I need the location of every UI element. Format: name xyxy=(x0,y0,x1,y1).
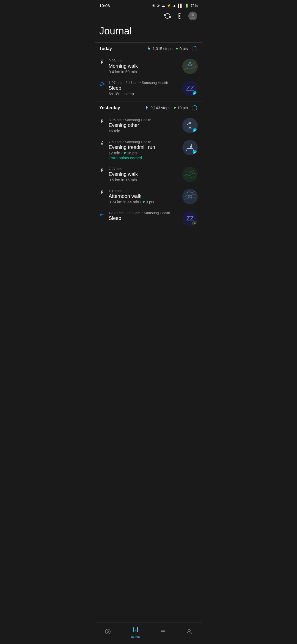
activity-afternoon-walk[interactable]: 1:19 pm Afternoon walk 0.74 km in 44 min… xyxy=(95,185,202,208)
activity-evening-other-info: 8:05 pm • Samsung Health Evening other 4… xyxy=(99,118,179,133)
svg-point-5 xyxy=(101,59,103,61)
signal-icon: ▌▌ xyxy=(178,4,183,8)
svg-point-3 xyxy=(192,46,197,51)
activity-treadmill[interactable]: 7:50 pm • Samsung Health Evening treadmi… xyxy=(95,137,202,163)
activity-sleep-today[interactable]: 💤 1:07 am – 8:47 am • Samsung Health Sle… xyxy=(95,77,202,99)
evening-walk-thumb xyxy=(182,167,198,182)
sleep-yesterday-thumb: ZZ + xyxy=(182,211,198,226)
bluetooth-icon: ⚡ xyxy=(167,4,171,8)
steps-icon xyxy=(147,47,151,51)
sleep-yesterday-details: 12:29 am – 9:03 am • Samsung Health Slee… xyxy=(109,211,179,222)
yesterday-steps-count: 9,143 steps xyxy=(150,106,170,110)
today-stats: 1,015 steps ♥ 0 pts xyxy=(147,45,198,52)
treadmill-name: Evening treadmill run xyxy=(109,144,179,150)
sleep-icon: 💤 xyxy=(99,81,106,88)
heart-icon: ♥ xyxy=(176,47,178,51)
treadmill-time: 7:50 pm • Samsung Health xyxy=(109,140,179,144)
svg-text:💤: 💤 xyxy=(99,212,104,217)
walk-icon-2 xyxy=(99,118,106,125)
cloud-icon: ☁ xyxy=(161,4,165,8)
activity-treadmill-info: 7:50 pm • Samsung Health Evening treadmi… xyxy=(99,140,179,160)
activity-evening-walk[interactable]: 7:27 pm Evening walk 0.5 km in 15 min xyxy=(95,163,202,185)
yesterday-label: Yesterday xyxy=(99,105,120,110)
yesterday-steps: 9,143 steps xyxy=(145,106,170,110)
today-label: Today xyxy=(99,46,112,51)
sleep-today-detail: 6h 18m asleep xyxy=(109,92,179,96)
afternoon-walk-thumb xyxy=(182,189,198,204)
walk-icon-3 xyxy=(99,167,106,174)
battery-level: 72% xyxy=(191,4,198,8)
afternoon-walk-details: 1:19 pm Afternoon walk 0.74 km in 44 min… xyxy=(109,189,179,204)
svg-line-19 xyxy=(187,124,189,125)
morning-walk-detail: 0.4 km in 59 min xyxy=(109,70,179,74)
morning-walk-time: 9:03 am xyxy=(109,59,179,63)
yesterday-pts: ♥ 19 pts xyxy=(174,106,188,110)
today-progress-ring xyxy=(191,45,198,52)
sleep-today-name: Sleep xyxy=(109,85,179,91)
evening-other-thumb xyxy=(182,118,198,133)
treadmill-detail: 12 min • ♥ 16 pts xyxy=(109,151,179,155)
svg-point-25 xyxy=(191,144,192,146)
svg-point-2 xyxy=(191,13,194,16)
evening-other-detail: 46 min xyxy=(109,129,179,133)
activity-sleep-yesterday[interactable]: 💤 12:29 am – 9:03 am • Samsung Health Sl… xyxy=(95,208,202,230)
sleep-yesterday-time: 12:29 am – 9:03 am • Samsung Health xyxy=(109,211,179,215)
svg-line-23 xyxy=(186,149,187,151)
evening-other-details: 8:05 pm • Samsung Health Evening other 4… xyxy=(109,118,179,133)
add-fab-small[interactable]: + xyxy=(192,221,197,226)
svg-point-1 xyxy=(179,15,180,17)
evening-walk-map xyxy=(182,167,198,182)
watch-button[interactable] xyxy=(176,12,183,20)
yesterday-section-header: Yesterday 9,143 steps ♥ 19 pts xyxy=(95,102,202,114)
morning-walk-details: 9:03 am Morning walk 0.4 km in 59 min xyxy=(109,59,179,74)
sleep-yesterday-name: Sleep xyxy=(109,215,179,221)
walk-icon-4 xyxy=(99,189,106,196)
svg-rect-22 xyxy=(187,148,193,149)
walk-icon xyxy=(99,59,106,66)
sleep-today-details: 1:07 am – 8:47 am • Samsung Health Sleep… xyxy=(109,81,179,96)
yesterday-progress-ring xyxy=(191,105,198,111)
avatar[interactable] xyxy=(188,11,198,21)
treadmill-details: 7:50 pm • Samsung Health Evening treadmi… xyxy=(109,140,179,160)
morning-walk-name: Morning walk xyxy=(109,63,179,69)
today-section-header: Today 1,015 steps ♥ 0 pts xyxy=(95,42,202,55)
evening-other-name: Evening other xyxy=(109,122,179,128)
steps-icon-2 xyxy=(145,106,149,110)
activity-sleep-yesterday-info: 💤 12:29 am – 9:03 am • Samsung Health Sl… xyxy=(99,211,179,222)
status-time: 10:06 xyxy=(99,3,110,8)
sync-button[interactable] xyxy=(164,12,171,20)
evening-other-time: 8:05 pm • Samsung Health xyxy=(109,118,179,122)
run-icon xyxy=(99,140,106,147)
heart-icon-2: ♥ xyxy=(174,106,176,110)
status-icons: ✳ ⟳ ☁ ⚡ ▲ ▌▌ 🔋 72% xyxy=(152,4,198,8)
svg-point-29 xyxy=(101,190,103,191)
afternoon-walk-map xyxy=(182,189,198,204)
activity-morning-walk-info: 9:03 am Morning walk 0.4 km in 59 min xyxy=(99,59,179,74)
yesterday-pts-count: 19 pts xyxy=(177,106,188,110)
activity-afternoon-walk-info: 1:19 pm Afternoon walk 0.74 km in 44 min… xyxy=(99,189,179,204)
afternoon-walk-name: Afternoon walk xyxy=(109,193,179,199)
svg-point-21 xyxy=(102,141,103,142)
evening-walk-detail: 0.5 km in 15 min xyxy=(109,178,179,182)
treadmill-extra: Extra points earned xyxy=(109,156,179,160)
header-icons xyxy=(95,10,202,23)
samsung-badge-evening-other xyxy=(193,128,197,133)
activity-sleep-today-info: 💤 1:07 am – 8:47 am • Samsung Health Sle… xyxy=(99,81,179,96)
today-steps-count: 1,015 steps xyxy=(153,47,172,51)
sleep-today-time: 1:07 am – 8:47 am • Samsung Health xyxy=(109,81,179,85)
evening-walk-time: 7:27 pm xyxy=(109,167,179,171)
activity-evening-walk-info: 7:27 pm Evening walk 0.5 km in 15 min xyxy=(99,167,179,182)
afternoon-walk-time: 1:19 pm xyxy=(109,189,179,193)
afternoon-walk-detail: 0.74 km in 44 min • ♥ 3 pts xyxy=(109,200,179,204)
treadmill-thumb xyxy=(182,140,198,155)
today-pts-count: 0 pts xyxy=(180,47,188,51)
page-title: Journal xyxy=(95,23,202,42)
activity-evening-other[interactable]: 8:05 pm • Samsung Health Evening other 4… xyxy=(95,114,202,137)
activity-morning-walk[interactable]: 9:03 am Morning walk 0.4 km in 59 min xyxy=(95,55,202,77)
svg-text:💤: 💤 xyxy=(99,81,105,87)
svg-point-27 xyxy=(101,168,103,169)
svg-point-13 xyxy=(101,119,103,120)
battery-icon: 🔋 xyxy=(185,4,189,8)
status-bar: 10:06 ✳ ⟳ ☁ ⚡ ▲ ▌▌ 🔋 72% xyxy=(95,0,202,10)
evening-walk-name: Evening walk xyxy=(109,171,179,177)
